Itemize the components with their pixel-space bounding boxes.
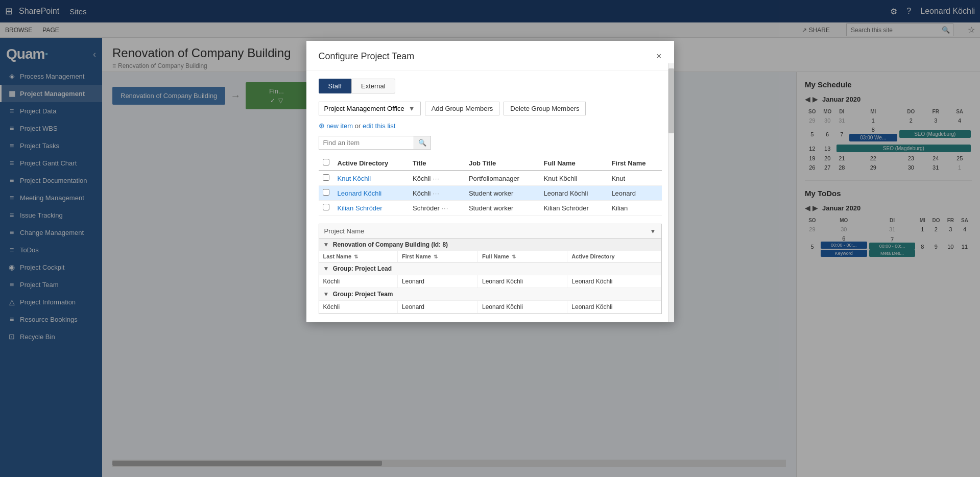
project-members-table: Last Name ⇅ First Name ⇅ Full Name ⇅	[319, 251, 661, 314]
project-group-name: Renovation of Company Building (Id: 8)	[333, 241, 448, 248]
full-name-cell-2: Leonard Köchli	[477, 301, 567, 314]
project-expand-icon[interactable]: ▼	[323, 241, 329, 248]
modal-body: Staff External Project Management Office…	[306, 70, 674, 322]
group-collapse-icon[interactable]: ▼	[323, 265, 329, 272]
dropdown-value: Project Management Office	[324, 105, 404, 112]
title-2: Köchli	[413, 189, 431, 197]
find-item-search[interactable]: 🔍	[319, 136, 431, 150]
row-checkbox-1[interactable]	[323, 174, 329, 181]
active-dir-cell: Leonard Köchli	[567, 275, 661, 288]
last-name-cell-2: Köchli	[319, 301, 398, 314]
find-item-search-button[interactable]: 🔍	[414, 136, 431, 149]
tab-external[interactable]: External	[351, 79, 395, 93]
sort-icon[interactable]: ⇅	[434, 254, 438, 259]
first-name-cell-2: Leonard	[397, 301, 477, 314]
add-group-members-button[interactable]: Add Group Members	[425, 102, 500, 115]
active-dir-cell-2: Leonard Köchli	[567, 301, 661, 314]
group-team-name: Group: Project Team	[333, 291, 393, 298]
sort-icon[interactable]: ⇅	[354, 254, 358, 259]
full-name-cell: Leonard Köchli	[477, 275, 567, 288]
col-full-name-b: Full Name ⇅	[477, 251, 567, 263]
job-title-2: Student worker	[465, 186, 540, 201]
new-item-link[interactable]: new item	[326, 122, 353, 130]
active-dir-link-1[interactable]: Knut Köchli	[338, 175, 371, 182]
job-title-1: Portfoliomanager	[465, 171, 540, 186]
col-first-name: First Name	[607, 156, 661, 171]
title-1: Köchli	[413, 175, 431, 182]
edit-list-link[interactable]: edit this list	[363, 122, 395, 130]
first-name-3: Kilian	[607, 201, 661, 216]
group-lead-name: Group: Project Lead	[333, 265, 392, 272]
modal-header: Configure Project Team ×	[306, 41, 674, 70]
group-subheader: ▼ Group: Project Team	[319, 288, 661, 301]
col-active-directory: Active Directory	[333, 156, 409, 171]
group-subheader: ▼ Group: Project Lead	[319, 263, 661, 275]
table-row: Köchli Leonard Leonard Köchli Leonard Kö…	[319, 275, 661, 288]
col-job-title: Job Title	[465, 156, 540, 171]
row-checkbox-2[interactable]	[323, 189, 329, 196]
new-item-row: ⊕ new item or edit this list	[319, 122, 662, 130]
job-title-3: Student worker	[465, 201, 540, 216]
dots-3: ···	[441, 204, 448, 212]
col-full-name: Full Name	[540, 156, 608, 171]
first-name-1: Knut	[607, 171, 661, 186]
group-dropdown[interactable]: Project Management Office ▼	[319, 102, 421, 115]
title-3: Schröder	[413, 204, 440, 212]
project-name-sort-arrow[interactable]: ▼	[650, 228, 656, 235]
modal-title: Configure Project Team	[319, 51, 415, 62]
active-directory-table: Active Directory Title Job Title Full Na…	[319, 156, 662, 216]
modal-scrollbar[interactable]	[668, 63, 674, 322]
table-row: Köchli Leonard Leonard Köchli Leonard Kö…	[319, 301, 661, 314]
group-team-label[interactable]: ▼ Group: Project Team	[319, 288, 661, 301]
project-group-header[interactable]: ▼ Renovation of Company Building (Id: 8)	[319, 238, 661, 251]
col-title: Title	[409, 156, 465, 171]
modal-close-button[interactable]: ×	[656, 51, 662, 62]
last-name-cell: Köchli	[319, 275, 398, 288]
delete-group-members-button[interactable]: Delete Group Members	[504, 102, 586, 115]
filter-row: Project Management Office ▼ Add Group Me…	[319, 102, 662, 115]
table-row: Knut Köchli Köchli ··· Portfoliomanager …	[319, 171, 662, 186]
modal-scrollbar-thumb[interactable]	[668, 68, 674, 133]
table-row: Leonard Köchli Köchli ··· Student worker…	[319, 186, 662, 201]
dropdown-arrow-icon: ▼	[409, 105, 415, 112]
modal-tabs: Staff External	[319, 79, 662, 93]
first-name-2: Leonard	[607, 186, 661, 201]
sort-icon[interactable]: ⇅	[512, 254, 516, 259]
active-dir-link-3[interactable]: Kilian Schröder	[338, 204, 383, 212]
group-team-collapse-icon[interactable]: ▼	[323, 291, 329, 298]
tab-staff[interactable]: Staff	[319, 79, 352, 93]
first-name-cell: Leonard	[397, 275, 477, 288]
full-name-1: Knut Köchli	[540, 171, 608, 186]
dots-2: ···	[433, 189, 440, 197]
full-name-3: Kilian Schröder	[540, 201, 608, 216]
new-item-icon: ⊕	[319, 122, 325, 130]
col-last-name: Last Name ⇅	[319, 251, 398, 263]
modal-overlay: Configure Project Team × Staff External …	[0, 0, 980, 477]
row-checkbox-3[interactable]	[323, 204, 329, 210]
or-label: or	[355, 122, 361, 130]
dots-1: ···	[433, 175, 440, 182]
col-checkbox	[319, 156, 333, 171]
select-all-checkbox[interactable]	[323, 159, 329, 165]
configure-project-team-modal: Configure Project Team × Staff External …	[306, 41, 674, 322]
group-lead-label[interactable]: ▼ Group: Project Lead	[319, 263, 661, 275]
bottom-table-header: Project Name ▼	[319, 224, 661, 238]
find-item-input[interactable]	[319, 136, 414, 149]
full-name-2: Leonard Köchli	[540, 186, 608, 201]
project-members-table-area: Project Name ▼ ▼ Renovation of Company B…	[319, 224, 662, 314]
project-name-column-label: Project Name	[324, 227, 365, 235]
col-first-name-b: First Name ⇅	[397, 251, 477, 263]
col-active-dir-b: Active Directory	[567, 251, 661, 263]
active-dir-link-2[interactable]: Leonard Köchli	[338, 189, 382, 197]
table-row: Kilian Schröder Schröder ··· Student wor…	[319, 201, 662, 216]
